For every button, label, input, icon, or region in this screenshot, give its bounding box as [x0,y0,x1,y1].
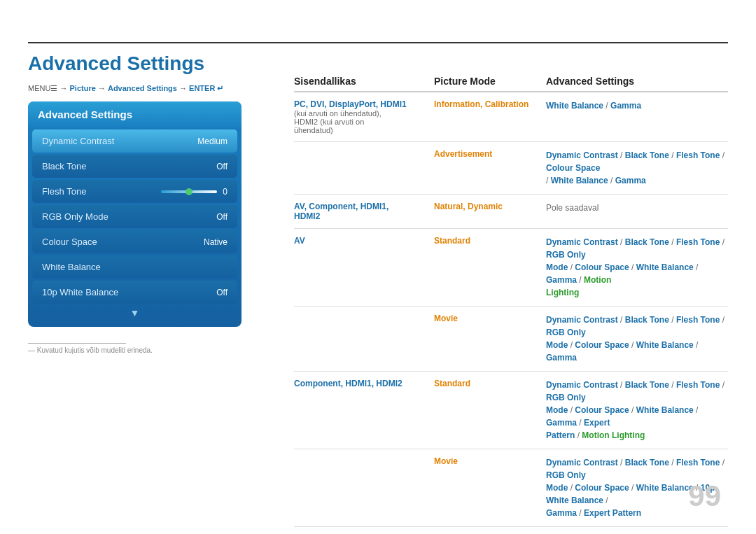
table-row: AV, Component, HDMI1,HDMI2 Natural, Dyna… [294,195,728,229]
menu-item-flesh-tone[interactable]: Flesh Tone 0 [32,180,237,203]
breadcrumb-advanced: Advanced Settings [108,84,177,92]
cell-mode-1: Information, Calibration [434,99,546,109]
page-number: 99 [688,479,721,513]
menu-item-label-10p-white-balance: 10p White Balance [42,287,118,297]
table-section: Sisendallikas Picture Mode Advanced Sett… [294,70,728,527]
col-header-picture-mode: Picture Mode [434,76,546,87]
cell-input-label-3: AV, Component, HDMI1,HDMI2 [294,202,388,221]
menu-item-value-dynamic-contrast: Medium [197,136,227,146]
table-row: Advertisement Dynamic Contrast / Black T… [294,142,728,195]
menu-item-label-flesh-tone: Flesh Tone [42,186,86,197]
menu-item-rgb-only-mode[interactable]: RGB Only Mode Off [32,205,237,228]
menu-item-label-colour-space: Colour Space [42,237,97,247]
cell-adv-1: White Balance / Gamma [546,99,728,112]
cell-input-label-1: PC, DVI, DisplayPort, HDMI1 [294,99,407,109]
table-row: Component, HDMI1, HDMI2 Standard Dynamic… [294,372,728,449]
adv-gamma: Gamma [610,101,641,111]
col-header-sisendallikas: Sisendallikas [294,76,434,87]
cell-input-label-4: AV [294,236,305,246]
table-row: Movie Dynamic Contrast / Black Tone / Fl… [294,307,728,372]
adv-dc: Dynamic Contrast [546,150,618,160]
table-row: AV Standard Dynamic Contrast / Black Ton… [294,229,728,307]
cell-adv-5: Dynamic Contrast / Black Tone / Flesh To… [546,314,728,364]
breadcrumb: MENU☰ → Picture → Advanced Settings → EN… [28,84,223,93]
cell-mode-6: Standard [434,379,546,388]
table-row: PC, DVI, DisplayPort, HDMI1 (kui arvuti … [294,92,728,142]
menu-item-label-rgb-only-mode: RGB Only Mode [42,211,108,222]
breadcrumb-menu: MENU [28,84,50,92]
slider-thumb [186,188,192,195]
menu-item-dynamic-contrast[interactable]: Dynamic Contrast Medium [32,129,237,153]
cell-input-sub-1: (kui arvuti on ühendatud),HDMI2 (kui arv… [294,109,427,134]
cell-adv-4: Dynamic Contrast / Black Tone / Flesh To… [546,236,728,299]
cell-input-3: AV, Component, HDMI1,HDMI2 [294,202,434,221]
footnote-line [28,343,126,344]
cell-input-1: PC, DVI, DisplayPort, HDMI1 (kui arvuti … [294,99,434,134]
breadcrumb-picture: Picture [70,84,96,92]
menu-item-colour-space[interactable]: Colour Space Native [32,230,237,253]
breadcrumb-enter: ENTER ↵ [189,84,223,92]
menu-item-value-colour-space: Native [204,237,227,247]
menu-item-black-tone[interactable]: Black Tone Off [32,155,237,178]
footnote: — Kuvatud kujutis võib mudeliti erineda. [28,343,153,354]
menu-item-value-rgb-only-mode: Off [216,212,227,222]
col-header-advanced: Advanced Settings [546,76,728,87]
cell-input-6: Component, HDMI1, HDMI2 [294,379,434,388]
flesh-tone-slider: 0 [161,187,227,197]
top-divider [28,42,728,43]
cell-mode-4: Standard [434,236,546,246]
menu-scroll-arrow: ▼ [28,306,241,321]
page-title: Advanced Settings [28,52,204,75]
menu-item-label-white-balance: White Balance [42,262,101,272]
menu-panel: Advanced Settings Dynamic Contrast Mediu… [28,101,241,327]
footnote-text: — Kuvatud kujutis võib mudeliti erineda. [28,346,153,354]
cell-mode-7: Movie [434,456,546,466]
cell-adv-3: Pole saadaval [546,202,728,214]
slider-track [161,190,217,193]
cell-mode-2: Advertisement [434,149,546,159]
cell-input-4: AV [294,236,434,246]
menu-item-value-flesh-tone: 0 [223,187,227,197]
table-row: Movie Dynamic Contrast / Black Tone / Fl… [294,449,728,527]
menu-item-white-balance[interactable]: White Balance [32,255,237,279]
menu-item-10p-white-balance[interactable]: 10p White Balance Off [32,281,237,304]
cell-adv-6: Dynamic Contrast / Black Tone / Flesh To… [546,379,728,442]
menu-item-value-10p-white-balance: Off [216,288,227,297]
cell-input-label-6: Component, HDMI1, HDMI2 [294,379,402,388]
breadcrumb-menu-icon: ☰ [50,84,57,92]
menu-item-label-black-tone: Black Tone [42,161,86,171]
cell-mode-5: Movie [434,314,546,323]
adv-wb: White Balance [546,101,603,111]
table-header: Sisendallikas Picture Mode Advanced Sett… [294,70,728,92]
cell-mode-3: Natural, Dynamic [434,202,546,211]
menu-item-value-black-tone: Off [216,162,227,171]
cell-adv-2: Dynamic Contrast / Black Tone / Flesh To… [546,149,728,187]
menu-panel-title: Advanced Settings [28,101,241,127]
menu-item-label-dynamic-contrast: Dynamic Contrast [42,136,114,146]
